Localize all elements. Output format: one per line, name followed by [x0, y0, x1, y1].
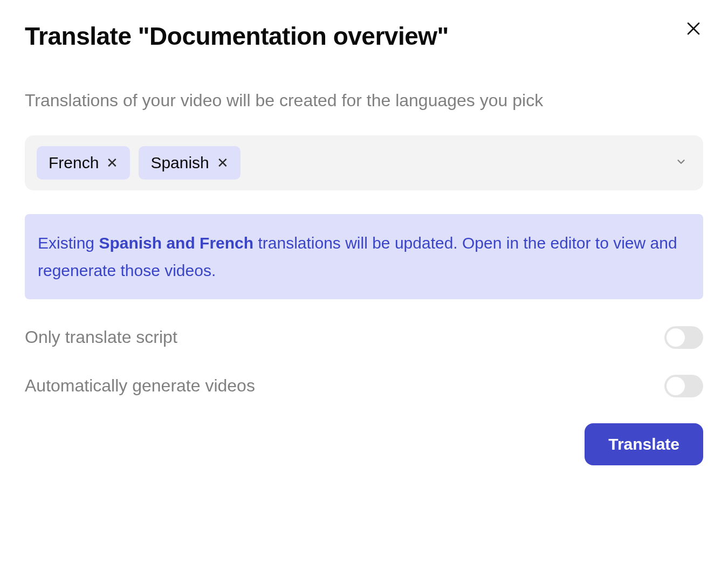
chip-remove-button[interactable]: ✕ — [106, 156, 118, 170]
toggle-knob — [667, 377, 685, 395]
language-select[interactable]: French ✕ Spanish ✕ — [25, 135, 703, 190]
toggle-row-auto-generate: Automatically generate videos — [25, 375, 703, 397]
chip-label: French — [49, 154, 99, 172]
chevron-down-icon — [675, 156, 687, 170]
info-banner-text: Existing Spanish and French translations… — [38, 229, 690, 284]
toggle-row-only-script: Only translate script — [25, 326, 703, 349]
dialog-title: Translate "Documentation overview" — [25, 22, 703, 51]
chip-label: Spanish — [150, 154, 209, 172]
info-banner-bold: Spanish and French — [99, 234, 253, 252]
auto-generate-videos-toggle[interactable] — [664, 375, 703, 397]
info-banner-prefix: Existing — [38, 234, 99, 252]
translate-button[interactable]: Translate — [585, 423, 703, 465]
language-chip-french: French ✕ — [37, 146, 130, 180]
close-icon — [685, 20, 702, 38]
toggle-label: Automatically generate videos — [25, 376, 255, 396]
dialog-footer: Translate — [25, 423, 703, 465]
dialog-subtitle: Translations of your video will be creat… — [25, 88, 703, 113]
only-translate-script-toggle[interactable] — [664, 326, 703, 349]
toggle-knob — [667, 328, 685, 347]
close-button[interactable] — [684, 19, 703, 39]
toggle-label: Only translate script — [25, 327, 177, 347]
chip-remove-button[interactable]: ✕ — [217, 156, 229, 170]
language-chip-spanish: Spanish ✕ — [139, 146, 240, 180]
info-banner: Existing Spanish and French translations… — [25, 214, 703, 299]
